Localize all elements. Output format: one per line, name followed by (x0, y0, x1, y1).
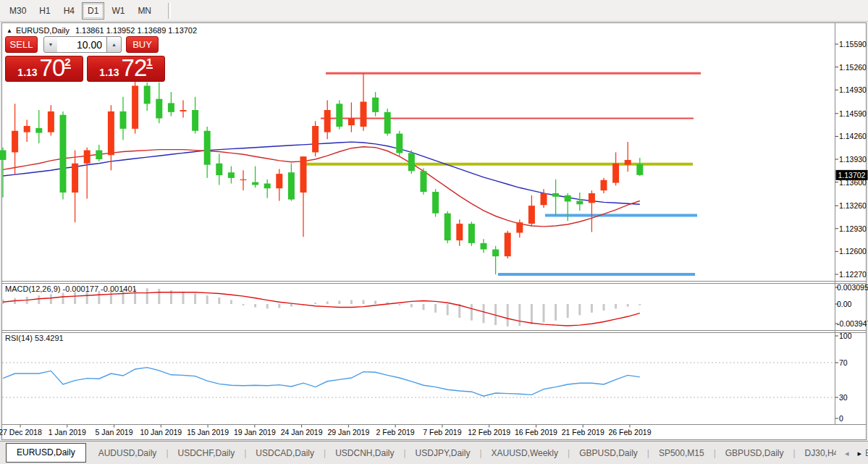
price-axis-label: 1.14930 (839, 85, 867, 94)
time-axis-label: 10 Jan 2019 (140, 428, 182, 436)
price-axis-label: 1.12930 (839, 224, 867, 233)
trade-prices-row: 1.13702 1.13721 (5, 56, 166, 82)
volume-increase-button[interactable]: ▲ (107, 36, 122, 53)
tab-sp500-m15[interactable]: SP500,M15 (649, 448, 714, 458)
time-axis-label: 1 Jan 2019 (49, 428, 86, 436)
tab-gbpusd-daily[interactable]: GBPUSD,Daily (570, 448, 647, 458)
candle-body (288, 172, 295, 199)
candle-body (372, 98, 379, 112)
time-axis-label: 15 Jan 2019 (187, 428, 229, 436)
candle-body (0, 151, 7, 160)
app-root: 1.155901.152601.149301.145901.142601.139… (0, 0, 868, 464)
candle-body (156, 99, 162, 119)
time-axis-label: 5 Jan 2019 (96, 428, 133, 436)
candle-body (12, 131, 18, 153)
candle-body (240, 180, 247, 180)
candle-body (492, 250, 499, 257)
candle-body (408, 153, 415, 171)
buy-price-big: 72 (122, 58, 147, 78)
candle-body (35, 128, 42, 133)
candle-body (565, 195, 571, 202)
candle-body (421, 171, 427, 192)
candle-body (144, 85, 151, 104)
price-axis-label: 1.14260 (839, 132, 867, 140)
macd-axis-label: 0.00 (837, 300, 852, 308)
candle-body (96, 151, 102, 159)
candle-body (468, 224, 475, 243)
tab-xauusd-weekly[interactable]: XAUUSD,Weekly (482, 448, 568, 458)
buy-price-sup: 1 (146, 57, 152, 69)
candle-body (456, 224, 463, 240)
tab-usdcnh-daily[interactable]: USDCNH,Daily (326, 448, 403, 458)
candle-body (528, 206, 535, 224)
price-axis-label: 1.13930 (839, 155, 867, 164)
candle-body (625, 160, 631, 165)
one-click-trade-panel: SELL ▼ ▲ BUY 1.13702 1.13721 (5, 36, 166, 82)
candle-body (396, 134, 403, 153)
candle-body (180, 110, 187, 111)
time-axis-label: 2 Feb 2019 (376, 428, 415, 436)
macd-axis-label: -0.003947 (837, 319, 868, 328)
current-price-label: 1.13702 (838, 171, 866, 180)
candle-body (432, 192, 439, 214)
candle-body (589, 193, 595, 203)
buy-price-button[interactable]: 1.13721 (87, 56, 165, 82)
rsi-label: RSI(14) 53.4291 (5, 334, 64, 342)
collapse-panel-icon[interactable]: ▲ (7, 28, 12, 34)
tab-usdchf-daily[interactable]: USDCHF,Daily (169, 448, 245, 458)
candle-body (108, 111, 114, 155)
price-axis-label: 1.15260 (839, 63, 867, 72)
candle-body (348, 118, 355, 125)
candle-body (24, 126, 30, 132)
chart-window-background (2, 23, 867, 440)
candle-body (312, 126, 319, 152)
macd-axis-label: 0.003095 (837, 283, 868, 292)
sell-price-big: 70 (40, 58, 65, 78)
chart-title: ▲EURUSD,Daily1.13861 1.13952 1.13689 1.1… (7, 26, 197, 35)
candle-body (300, 156, 307, 193)
candle-body (252, 182, 258, 185)
candle-body (192, 110, 198, 131)
sell-price-small: 1.13 (17, 67, 37, 78)
volume-decrease-button[interactable]: ▼ (43, 36, 58, 53)
candle-body (48, 111, 54, 132)
price-axis-label: 1.15590 (839, 40, 867, 48)
buy-price-small: 1.13 (99, 67, 119, 78)
time-axis-label: 27 Dec 2018 (0, 428, 42, 436)
buy-button[interactable]: BUY (126, 36, 159, 53)
rsi-axis-label: 70 (839, 358, 848, 367)
candle-body (612, 164, 619, 183)
candle-body (60, 115, 67, 193)
candle-body (204, 131, 211, 165)
candle-body (84, 151, 90, 164)
tab-usdcad-daily[interactable]: USDCAD,Daily (246, 448, 324, 458)
price-axis-label: 1.12600 (839, 247, 867, 256)
tab-scroll-left-icon[interactable]: ◂ (845, 449, 849, 458)
chart-tabs: EURUSD,DailyAUDUSD,Daily|USDCHF,Daily|US… (0, 443, 868, 463)
candle-body (541, 193, 547, 205)
time-axis-label: 7 Feb 2019 (423, 428, 461, 436)
tab-scroll-right-icon[interactable]: ▸ (857, 449, 861, 458)
price-axis-label: 1.14590 (839, 109, 867, 118)
tab-usdjpy-daily[interactable]: USDJPY,Daily (406, 448, 480, 458)
candle-body (505, 233, 511, 257)
tab-audusd-daily[interactable]: AUDUSD,Daily (89, 448, 167, 458)
candle-body (72, 164, 78, 193)
time-axis-label: 21 Feb 2019 (562, 428, 604, 436)
candle-body (636, 164, 643, 175)
time-axis-label: 26 Feb 2019 (609, 428, 652, 436)
candle-body (120, 111, 127, 129)
chart-tab-bar: EURUSD,DailyAUDUSD,Daily|USDCHF,Daily|US… (0, 441, 868, 464)
macd-label: MACD(12,26,9) -0.000177 -0.001401 (5, 284, 137, 293)
sell-price-button[interactable]: 1.13702 (5, 56, 83, 82)
sell-button[interactable]: SELL (5, 36, 38, 53)
time-axis-label: 19 Jan 2019 (234, 428, 276, 436)
tab-eurusd-daily[interactable]: EURUSD,Daily (6, 443, 86, 463)
candle-body (552, 193, 559, 197)
tab-gbpusd-daily[interactable]: GBPUSD,Daily (716, 448, 793, 458)
time-axis-label: 12 Feb 2019 (468, 428, 510, 436)
volume-input[interactable] (57, 36, 107, 53)
candle-body (481, 243, 487, 250)
ohlc-values: 1.13861 1.13952 1.13689 1.13702 (75, 26, 197, 35)
symbol-period-label: EURUSD,Daily (16, 26, 69, 35)
